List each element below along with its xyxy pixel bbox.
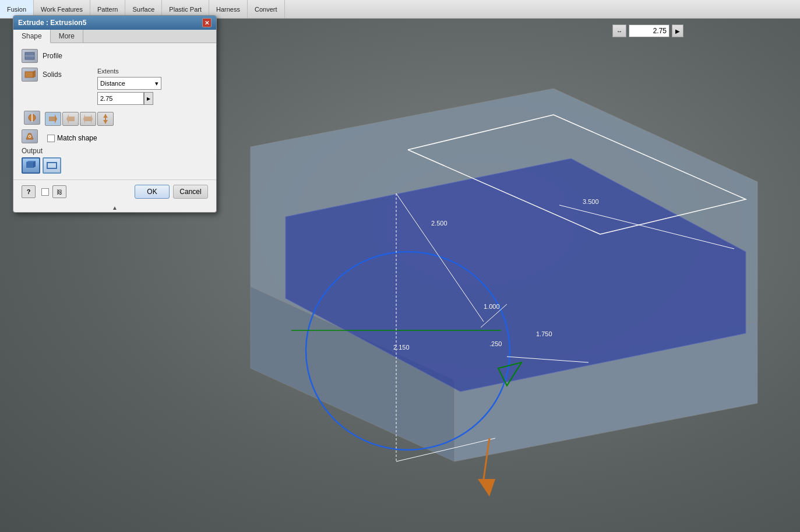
extents-value-arrow[interactable]: ▶ (144, 92, 153, 105)
solids-icon (22, 68, 38, 82)
svg-rect-25 (85, 117, 91, 121)
dim-3500: 3.500 (583, 198, 599, 205)
extents-label: Extents (97, 68, 208, 75)
dir-btn-3[interactable] (80, 112, 96, 126)
ok-button[interactable]: OK (135, 185, 170, 199)
output-surface-btn[interactable] (43, 157, 61, 174)
svg-marker-22 (55, 114, 57, 124)
extents-section: Extents Distance ▾ 2.75 ▶ (97, 68, 208, 105)
dimension-input-bar: ↔ ▶ (612, 24, 683, 37)
solids-label: Solids (43, 71, 72, 79)
svg-marker-18 (33, 71, 36, 77)
svg-rect-33 (26, 162, 33, 168)
match-shape-checkbox[interactable] (47, 135, 55, 142)
svg-marker-34 (33, 161, 36, 168)
dialog-tabs: Shape More (13, 30, 216, 43)
dim-arrow-button[interactable]: ↔ (612, 24, 626, 37)
toolbar-convert[interactable]: Convert (248, 0, 285, 18)
cancel-button[interactable]: Cancel (173, 185, 208, 199)
output-label: Output (22, 147, 208, 155)
svg-marker-26 (91, 114, 93, 124)
extents-type-label: Distance (100, 80, 125, 87)
match-shape-label: Match shape (57, 134, 97, 142)
extents-dropdown[interactable]: Distance ▾ (97, 77, 161, 90)
profile-row: Profile (22, 49, 208, 63)
solids-extents-row: Solids Extents Distance ▾ 2.75 ▶ (22, 68, 208, 105)
direction-buttons (45, 112, 114, 126)
svg-marker-29 (103, 114, 108, 118)
dim-2500: 2.500 (431, 220, 447, 227)
svg-rect-17 (25, 72, 33, 77)
output-section: Output (22, 147, 208, 174)
dim-250: .250 (489, 340, 502, 347)
svg-marker-30 (103, 120, 108, 124)
dir-btn-4[interactable] (97, 112, 114, 126)
taper-match-row: Match shape (22, 129, 208, 143)
dialog-footer: ? ⛓ OK Cancel (13, 179, 216, 203)
svg-rect-23 (69, 117, 75, 121)
dialog-expand-arrow[interactable]: ▲ (13, 203, 216, 212)
svg-rect-21 (49, 117, 55, 121)
profile-label: Profile (43, 52, 72, 60)
match-shape-row: Match shape (47, 134, 97, 142)
tab-shape[interactable]: Shape (13, 30, 51, 43)
dialog-close-button[interactable]: ✕ (202, 18, 212, 27)
extents-dropdown-arrow: ▾ (155, 80, 158, 87)
dialog-body: Profile Solids Extents Distan (13, 43, 216, 179)
dim-go-button[interactable]: ▶ (672, 24, 683, 37)
help-button[interactable]: ? (22, 185, 36, 198)
tab-more[interactable]: More (51, 30, 83, 43)
taper-icon (22, 129, 38, 143)
svg-marker-27 (83, 114, 85, 124)
output-solid-btn[interactable] (22, 157, 40, 174)
dialog-titlebar: Extrude : Extrusion5 ✕ (13, 16, 216, 30)
dim-2150: 2.150 (393, 344, 410, 351)
footer-checkbox[interactable] (41, 188, 49, 196)
direction-icon (24, 111, 40, 125)
profile-icon (22, 49, 38, 63)
dialog-title: Extrude : Extrusion5 (18, 19, 86, 27)
svg-marker-14 (478, 479, 495, 496)
direction-row (24, 110, 208, 126)
extents-value-field[interactable]: 2.75 (97, 92, 144, 105)
dim-1000: 1.000 (484, 303, 500, 310)
svg-rect-36 (47, 163, 57, 168)
svg-marker-24 (66, 114, 69, 124)
dir-btn-1[interactable] (45, 112, 61, 126)
dim-1750: 1.750 (536, 330, 552, 337)
svg-marker-31 (26, 133, 33, 139)
extents-value-row: 2.75 ▶ (97, 92, 208, 105)
chain-icon: ⛓ (52, 185, 66, 198)
dimension-input[interactable] (629, 24, 669, 37)
extrude-dialog: Extrude : Extrusion5 ✕ Shape More Profil… (13, 15, 217, 213)
output-buttons (22, 157, 208, 174)
dir-btn-2[interactable] (62, 112, 79, 126)
